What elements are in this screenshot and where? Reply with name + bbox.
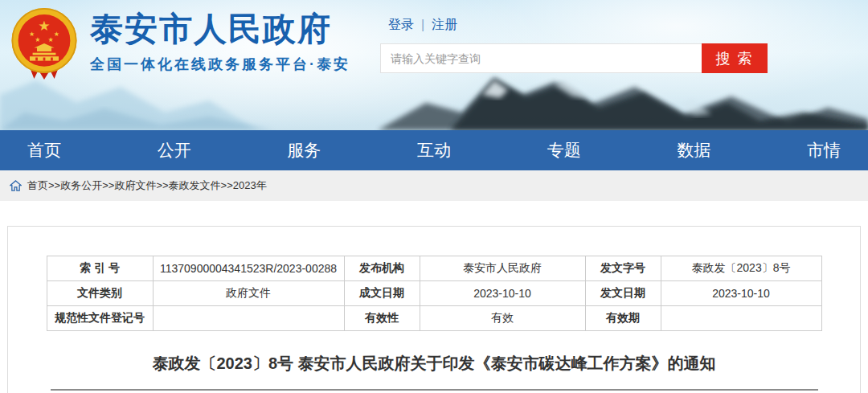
breadcrumb-item-home[interactable]: 首页 [27, 179, 48, 191]
meta-label-issue-date: 发文日期 [585, 281, 661, 306]
meta-label-valid-period: 有效期 [585, 306, 661, 331]
document-title: 泰政发〔2023〕8号 泰安市人民政府关于印发《泰安市碳达峰工作方案》的通知 [51, 353, 818, 374]
meta-label-registration: 规范性文件登记号 [47, 306, 153, 331]
breadcrumb-item-gov-open[interactable]: 政务公开 [60, 179, 102, 191]
site-title: 泰安市人民政府 [90, 11, 350, 47]
svg-text:★: ★ [47, 35, 53, 43]
meta-value-doc-number: 泰政发〔2023〕8号 [661, 256, 821, 281]
breadcrumb-separator: >> [156, 179, 168, 191]
breadcrumb-separator: >> [48, 179, 60, 191]
site-identity: 泰安市人民政府 全国一体化在线政务服务平台·泰安 [90, 11, 350, 74]
site-subtitle: 全国一体化在线政务服务平台·泰安 [90, 55, 350, 74]
meta-label-doc-number: 发文字号 [585, 256, 661, 281]
table-row: 索 引 号 11370900004341523R/2023-00288 发布机构… [47, 256, 821, 281]
document-meta-table: 索 引 号 11370900004341523R/2023-00288 发布机构… [47, 256, 822, 331]
nav-item-home[interactable]: 首页 [27, 139, 61, 162]
login-link[interactable]: 登录 [388, 18, 414, 31]
breadcrumb-separator: >> [221, 179, 233, 191]
breadcrumb-item-taizhengfa[interactable]: 泰政发文件 [169, 179, 221, 191]
china-national-emblem-icon: ★ ★ ★ ★ ★ [8, 6, 80, 80]
account-links: 登录|注册 [388, 17, 457, 34]
meta-label-validity: 有效性 [344, 306, 420, 331]
svg-text:★: ★ [29, 30, 35, 38]
meta-value-category: 政府文件 [153, 281, 344, 306]
breadcrumb: 首页>>政务公开>>政府文件>>泰政发文件>>2023年 [27, 178, 267, 193]
nav-item-topics[interactable]: 专题 [547, 139, 581, 162]
meta-label-issuing-org: 发布机构 [344, 256, 420, 281]
meta-value-issue-date: 2023-10-10 [661, 281, 821, 306]
svg-text:★: ★ [38, 18, 50, 34]
svg-text:★: ★ [35, 35, 40, 43]
content-area: 索 引 号 11370900004341523R/2023-00288 发布机构… [0, 201, 868, 393]
account-divider: | [421, 18, 424, 31]
nav-item-city[interactable]: 市情 [807, 139, 841, 162]
nav-item-interact[interactable]: 互动 [417, 139, 451, 162]
search-button[interactable]: 搜 索 [702, 43, 768, 73]
nav-item-data[interactable]: 数据 [677, 139, 710, 162]
table-row: 规范性文件登记号 有效性 有效 有效期 [47, 306, 821, 331]
nav-item-service[interactable]: 服务 [287, 139, 321, 162]
breadcrumb-bar: 首页>>政务公开>>政府文件>>泰政发文件>>2023年 [0, 170, 868, 201]
meta-value-valid-period [661, 306, 821, 331]
table-row: 文件类别 政府文件 成文日期 2023-10-10 发文日期 2023-10-1… [47, 281, 821, 306]
meta-label-written-date: 成文日期 [344, 281, 420, 306]
breadcrumb-item-year[interactable]: 2023年 [233, 179, 267, 191]
main-nav: 首页 公开 服务 互动 专题 数据 市情 [0, 130, 868, 170]
search-input[interactable] [380, 43, 702, 73]
search-bar: 搜 索 [380, 43, 768, 73]
nav-item-open[interactable]: 公开 [158, 139, 191, 162]
meta-value-index-no: 11370900004341523R/2023-00288 [153, 256, 344, 281]
title-divider [51, 389, 818, 391]
meta-label-category: 文件类别 [47, 281, 153, 306]
meta-value-written-date: 2023-10-10 [420, 281, 585, 306]
home-icon [10, 180, 22, 191]
meta-label-index-no: 索 引 号 [47, 256, 153, 281]
breadcrumb-item-gov-files[interactable]: 政府文件 [114, 179, 156, 191]
site-header: ★ ★ ★ ★ ★ 泰安市人民政府 全国一体化在线政务服务平台·泰安 登录|注册… [0, 0, 868, 130]
meta-value-registration [153, 306, 344, 331]
document-card: 索 引 号 11370900004341523R/2023-00288 发布机构… [7, 226, 861, 393]
page: ★ ★ ★ ★ ★ 泰安市人民政府 全国一体化在线政务服务平台·泰安 登录|注册… [0, 0, 868, 393]
svg-text:★: ★ [54, 30, 59, 38]
breadcrumb-separator: >> [102, 179, 114, 191]
meta-value-validity: 有效 [420, 306, 585, 331]
meta-value-issuing-org: 泰安市人民政府 [420, 256, 585, 281]
register-link[interactable]: 注册 [432, 18, 457, 31]
